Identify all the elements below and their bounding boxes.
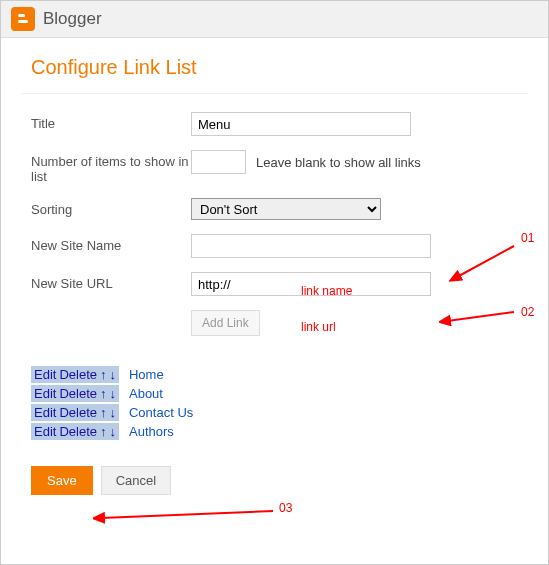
moveup-icon[interactable]: ↑	[100, 405, 107, 420]
movedown-icon[interactable]: ↓	[109, 424, 116, 439]
moveup-icon[interactable]: ↑	[100, 386, 107, 401]
cancel-button[interactable]: Cancel	[101, 466, 171, 495]
delete-link[interactable]: Delete	[59, 367, 97, 382]
delete-link[interactable]: Delete	[59, 424, 97, 439]
sitename-input[interactable]	[191, 234, 431, 258]
addlink-button[interactable]: Add Link	[191, 310, 260, 336]
link-name[interactable]: Home	[129, 367, 164, 382]
edit-link[interactable]: Edit	[34, 367, 56, 382]
siteurl-label: New Site URL	[31, 272, 191, 291]
svg-line-4	[101, 511, 273, 518]
moveup-icon[interactable]: ↑	[100, 424, 107, 439]
numitems-input[interactable]	[191, 150, 246, 174]
edit-link[interactable]: Edit	[34, 405, 56, 420]
link-actions: Edit Delete ↑ ↓	[31, 404, 119, 421]
title-input[interactable]	[191, 112, 411, 136]
sitename-label: New Site Name	[31, 234, 191, 253]
siteurl-input[interactable]	[191, 272, 431, 296]
button-bar: Save Cancel	[1, 458, 548, 503]
edit-link[interactable]: Edit	[34, 424, 56, 439]
list-item: Edit Delete ↑ ↓ About	[31, 385, 518, 402]
sorting-label: Sorting	[31, 198, 191, 217]
topbar: Blogger	[1, 1, 548, 38]
svg-rect-0	[18, 14, 25, 17]
numitems-label: Number of items to show in list	[31, 150, 191, 184]
link-actions: Edit Delete ↑ ↓	[31, 385, 119, 402]
movedown-icon[interactable]: ↓	[109, 367, 116, 382]
edit-link[interactable]: Edit	[34, 386, 56, 401]
link-actions: Edit Delete ↑ ↓	[31, 366, 119, 383]
config-form: Title Number of items to show in list Le…	[1, 94, 548, 360]
save-button[interactable]: Save	[31, 466, 93, 495]
blogger-logo-icon	[11, 7, 35, 31]
link-name[interactable]: Authors	[129, 424, 174, 439]
arrow-icon	[93, 506, 278, 524]
title-label: Title	[31, 112, 191, 131]
list-item: Edit Delete ↑ ↓ Home	[31, 366, 518, 383]
delete-link[interactable]: Delete	[59, 386, 97, 401]
numitems-hint: Leave blank to show all links	[256, 155, 421, 170]
link-name[interactable]: Contact Us	[129, 405, 193, 420]
page-title: Configure Link List	[1, 38, 548, 93]
movedown-icon[interactable]: ↓	[109, 386, 116, 401]
link-name[interactable]: About	[129, 386, 163, 401]
brand-name: Blogger	[43, 9, 102, 29]
svg-rect-1	[18, 20, 28, 23]
annotation-03: 03	[279, 501, 292, 515]
sorting-select[interactable]: Don't Sort	[191, 198, 381, 220]
movedown-icon[interactable]: ↓	[109, 405, 116, 420]
link-actions: Edit Delete ↑ ↓	[31, 423, 119, 440]
moveup-icon[interactable]: ↑	[100, 367, 107, 382]
list-item: Edit Delete ↑ ↓ Authors	[31, 423, 518, 440]
delete-link[interactable]: Delete	[59, 405, 97, 420]
list-item: Edit Delete ↑ ↓ Contact Us	[31, 404, 518, 421]
links-list: Edit Delete ↑ ↓ Home Edit Delete ↑ ↓ Abo…	[1, 360, 548, 458]
